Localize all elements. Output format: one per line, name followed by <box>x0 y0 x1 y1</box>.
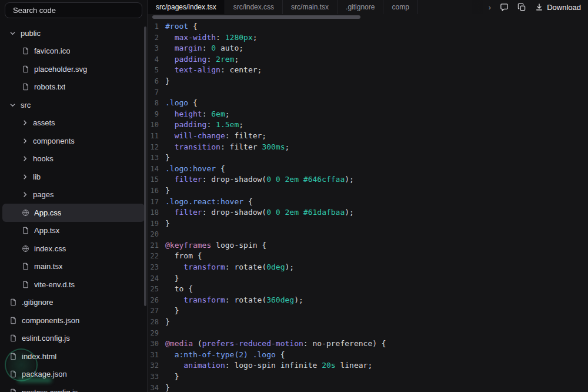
code-line: 21@keyframes logo-spin { <box>148 240 588 251</box>
code-text: from { <box>165 251 202 262</box>
tree-file-eslint-config-js[interactable]: eslint.config.js <box>2 330 145 348</box>
line-number: 7 <box>148 87 165 98</box>
chevron-right-icon <box>22 119 28 126</box>
line-number: 24 <box>148 273 165 284</box>
code-line: 10 padding: 1.5em; <box>148 119 588 131</box>
editor-tab-src-pages-index-tsx[interactable]: src/pages/index.tsx <box>148 0 225 14</box>
tree-file-postcss-config-js[interactable]: postcss.config.js <box>2 383 145 392</box>
file-icon <box>9 334 17 342</box>
tree-item-label: public <box>21 29 41 38</box>
chevron-right-icon <box>22 155 28 162</box>
chevron-down-icon <box>9 102 16 108</box>
search-box[interactable] <box>5 2 142 18</box>
code-text: a:nth-of-type(2) .logo { <box>165 350 285 361</box>
line-number: 20 <box>148 229 165 240</box>
horizontal-scrollbar-track <box>148 14 588 21</box>
line-number: 23 <box>148 262 165 273</box>
code-line: 34} <box>148 383 588 392</box>
code-text: @keyframes logo-spin { <box>165 240 266 251</box>
line-number: 10 <box>148 119 165 131</box>
code-line: 9 height: 6em; <box>148 109 588 120</box>
tree-item-label: robots.txt <box>34 82 65 91</box>
line-number: 19 <box>148 218 165 230</box>
code-line: 25 to { <box>148 284 588 295</box>
code-text: max-width: 1280px; <box>165 32 258 44</box>
line-number: 6 <box>148 76 165 87</box>
tree-file-robots-txt[interactable]: robots.txt <box>2 78 145 97</box>
tree-item-label: src <box>21 101 31 109</box>
sidebar-vertical-scrollbar[interactable] <box>144 26 146 306</box>
tree-file-app-tsx[interactable]: App.tsx <box>2 222 145 240</box>
tree-item-label: eslint.config.js <box>22 334 70 343</box>
code-text: @media (prefers-reduced-motion: no-prefe… <box>165 338 386 350</box>
tree-file-vite-env-d-ts[interactable]: vite-env.d.ts <box>2 275 145 294</box>
code-text: height: 6em; <box>165 109 230 120</box>
code-line: 5 text-align: center; <box>148 65 588 76</box>
code-text: #root { <box>165 21 198 32</box>
tree-folder-components[interactable]: components <box>2 132 145 150</box>
code-text: filter: drop-shadow(0 0 2em #646cffaa); <box>165 174 354 185</box>
code-line: 7 <box>148 87 588 98</box>
editor-tab-src-main-tsx[interactable]: src/main.tsx <box>283 0 338 14</box>
tree-file-index-html[interactable]: index.html <box>2 347 145 366</box>
search-input[interactable] <box>12 5 135 15</box>
code-text: to { <box>165 284 193 295</box>
code-text: } <box>165 317 170 328</box>
code-text: } <box>165 383 170 392</box>
comment-icon[interactable] <box>500 3 509 12</box>
line-number: 3 <box>148 43 165 54</box>
editor-tab-src-index-css[interactable]: src/index.css <box>225 0 283 14</box>
tree-file-favicon-ico[interactable]: favicon.ico <box>2 42 145 61</box>
tree-folder-lib[interactable]: lib <box>2 168 145 186</box>
code-line: 22 from { <box>148 251 588 262</box>
horizontal-scrollbar-thumb[interactable] <box>152 15 360 19</box>
code-line: 18 filter: drop-shadow(0 0 2em #61dafbaa… <box>148 207 588 218</box>
line-number: 28 <box>148 317 165 328</box>
line-number: 18 <box>148 207 165 218</box>
editor-tab--gitignore[interactable]: .gitignore <box>338 0 383 14</box>
tree-file-package-json[interactable]: package.json <box>2 366 145 384</box>
code-line: 31 a:nth-of-type(2) .logo { <box>148 350 588 361</box>
code-line: 4 padding: 2rem; <box>148 54 588 65</box>
code-line: 33 } <box>148 371 588 383</box>
code-line: 1#root { <box>148 21 588 32</box>
tree-folder-pages[interactable]: pages <box>2 186 145 204</box>
tree-item-label: placeholder.svg <box>34 65 87 74</box>
line-number: 30 <box>148 338 165 350</box>
file-icon <box>9 298 17 306</box>
code-line: 29 <box>148 328 588 339</box>
tree-item-label: postcss.config.js <box>22 388 78 392</box>
tree-file--gitignore[interactable]: .gitignore <box>2 294 145 312</box>
line-number: 32 <box>148 360 165 371</box>
tree-file-placeholder-svg[interactable]: placeholder.svg <box>2 60 145 78</box>
download-button[interactable]: Download <box>535 3 581 12</box>
tree-folder-public[interactable]: public <box>2 24 145 42</box>
tree-item-label: lib <box>33 172 41 181</box>
tree-file-components-json[interactable]: components.json <box>2 311 145 330</box>
code-text: } <box>165 185 170 197</box>
tree-folder-assets[interactable]: assets <box>2 114 145 132</box>
code-area[interactable]: 1#root {2 max-width: 1280px;3 margin: 0 … <box>148 21 588 392</box>
line-number: 21 <box>148 240 165 251</box>
code-line: 19} <box>148 218 588 230</box>
chevron-right-icon <box>22 138 28 144</box>
tree-file-app-css[interactable]: App.css <box>2 204 145 222</box>
line-number: 27 <box>148 305 165 317</box>
line-number: 2 <box>148 32 165 44</box>
line-number: 5 <box>148 65 165 76</box>
code-text: } <box>165 218 170 230</box>
tab-overflow-chevron-icon[interactable]: › <box>489 3 491 12</box>
tree-item-label: .gitignore <box>22 298 53 307</box>
code-line: 13} <box>148 152 588 164</box>
tree-folder-src[interactable]: src <box>2 96 145 114</box>
file-icon <box>9 388 17 392</box>
tree-folder-hooks[interactable]: hooks <box>2 150 145 168</box>
code-text: .logo { <box>165 98 198 109</box>
copy-icon[interactable] <box>517 3 526 12</box>
tree-item-label: assets <box>33 118 55 127</box>
line-number: 25 <box>148 284 165 295</box>
editor-tab-comp[interactable]: comp <box>383 0 417 14</box>
code-text: .logo:hover { <box>165 164 225 175</box>
tree-file-index-css[interactable]: index.css <box>2 240 145 258</box>
tree-file-main-tsx[interactable]: main.tsx <box>2 258 145 276</box>
